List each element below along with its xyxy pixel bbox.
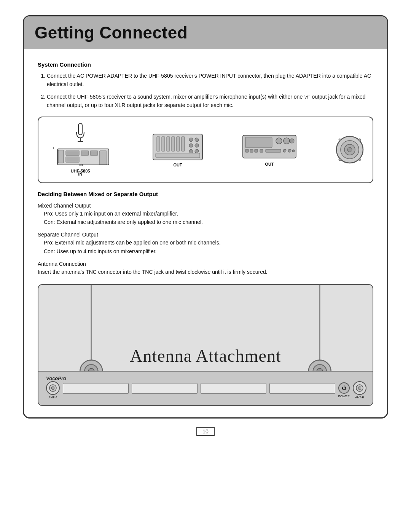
system-connection-section: System Connection Connect the AC POWER A…: [38, 61, 373, 110]
power-button[interactable]: ⏻: [338, 382, 350, 394]
svg-point-20: [195, 138, 199, 142]
ant-b-group: ANT-B: [353, 381, 366, 399]
speaker-svg: [335, 134, 365, 165]
svg-point-22: [195, 144, 199, 147]
svg-point-43: [339, 139, 341, 141]
speaker-group: [335, 134, 365, 165]
svg-point-44: [358, 139, 361, 141]
in-label: IN: [78, 172, 83, 176]
svg-rect-13: [157, 137, 160, 151]
svg-rect-18: [182, 137, 185, 151]
ant-b-knob: [353, 381, 366, 395]
step-2: Connect the UHF-5805's receiver to a sou…: [47, 93, 373, 110]
separate-pro: Pro: External mic adjustments can be app…: [38, 238, 373, 247]
out-label-2: OUT: [265, 162, 274, 166]
svg-point-30: [290, 139, 294, 143]
uhf-unit-group: IN UHF-5805 IN: [46, 123, 115, 176]
svg-rect-35: [266, 149, 281, 152]
steps-list: Connect the AC POWER ADAPTER to the UHF-…: [38, 72, 373, 110]
svg-rect-17: [177, 137, 180, 151]
svg-point-23: [189, 149, 193, 153]
device-panel: VocoPro ANT-A: [38, 371, 373, 405]
system-connection-heading: System Connection: [38, 61, 373, 68]
svg-point-29: [284, 138, 290, 144]
uhf-device-svg: IN: [50, 147, 111, 168]
panel-slot-2: [132, 383, 198, 394]
panel-slot-4: [269, 383, 335, 394]
separate-label: Separate Channel Output: [38, 232, 373, 238]
deciding-section: Deciding Between Mixed or Separate Outpu…: [38, 191, 373, 276]
mixed-pro: Pro: Uses only 1 mic input on an externa…: [38, 209, 373, 218]
svg-point-21: [189, 144, 193, 147]
out-label-1: OUT: [173, 163, 182, 167]
svg-point-28: [276, 138, 282, 144]
svg-point-46: [358, 158, 361, 161]
svg-point-42: [347, 147, 352, 152]
connection-diagram: IN UHF-5805 IN: [38, 117, 373, 183]
mixed-label: Mixed Channel Output: [38, 203, 373, 209]
mixer-group: OUT: [151, 132, 204, 167]
ant-a-knob: [46, 381, 60, 395]
svg-rect-34: [260, 149, 263, 152]
page-number: 10: [196, 427, 215, 436]
svg-rect-33: [255, 149, 258, 152]
panel-slot-3: [201, 383, 266, 394]
svg-rect-4: [58, 150, 64, 163]
svg-point-24: [195, 149, 199, 153]
knob-b-icon: [355, 384, 364, 392]
deciding-heading: Deciding Between Mixed or Separate Outpu…: [38, 191, 373, 197]
svg-rect-6: [66, 157, 79, 162]
title-banner: Getting Connected: [24, 16, 387, 49]
svg-point-58: [51, 387, 54, 390]
microphone-icon: [75, 123, 86, 146]
brand-label: VocoPro: [46, 375, 73, 381]
svg-rect-16: [172, 137, 175, 151]
svg-rect-14: [162, 137, 165, 151]
separate-con: Con: Uses up to 4 mic inputs on mixer/am…: [38, 247, 373, 256]
svg-rect-7: [81, 151, 89, 155]
mixed-con: Con: External mic adjustments are only a…: [38, 218, 373, 226]
svg-point-38: [292, 150, 295, 152]
svg-rect-32: [250, 149, 253, 152]
power-label: POWER: [338, 395, 350, 398]
knob-icon: [49, 384, 57, 392]
antenna-connection-label: Antenna Connection: [38, 261, 373, 267]
svg-point-60: [358, 387, 361, 390]
antenna-connection-text: Insert the antenna's TNC connector into …: [38, 268, 373, 276]
svg-rect-9: [99, 151, 107, 165]
amplifier-group: OUT: [241, 133, 298, 166]
svg-point-37: [288, 149, 291, 152]
page-title: Getting Connected: [35, 23, 376, 42]
page-number-container: 10: [196, 427, 215, 436]
svg-rect-0: [78, 123, 82, 135]
svg-rect-5: [66, 151, 79, 155]
mixer-svg: [151, 132, 204, 163]
svg-rect-15: [167, 137, 170, 151]
antenna-title: Antenna Attachment: [130, 346, 281, 366]
svg-rect-25: [156, 153, 200, 158]
svg-rect-31: [245, 149, 249, 152]
svg-rect-8: [90, 151, 98, 155]
svg-point-19: [189, 138, 193, 142]
ant-b-label: ANT-B: [355, 396, 364, 399]
page-container: Getting Connected System Connection Conn…: [23, 15, 388, 419]
svg-point-36: [283, 149, 286, 152]
step-1: Connect the AC POWER ADAPTER to the UHF-…: [47, 72, 373, 89]
svg-text:IN: IN: [80, 163, 83, 167]
svg-rect-27: [245, 137, 272, 148]
svg-point-45: [339, 158, 341, 161]
ant-a-label: ANT-A: [48, 396, 57, 399]
panel-slot-1: [63, 383, 129, 394]
amplifier-svg: [241, 133, 298, 162]
antenna-attachment-box: Antenna Attachment VocoPro ANT-A: [38, 284, 373, 406]
ant-a-group: ANT-A: [46, 381, 60, 399]
power-group: ⏻ POWER: [338, 382, 350, 398]
main-content: System Connection Connect the AC POWER A…: [24, 49, 387, 406]
